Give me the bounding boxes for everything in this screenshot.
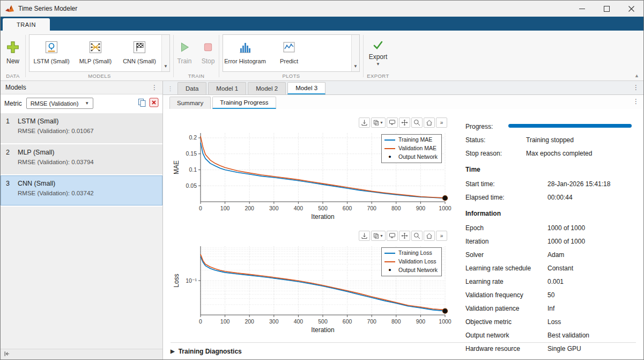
- tabbar-menu-icon[interactable]: ⋮: [633, 84, 639, 91]
- svg-text:400: 400: [294, 205, 304, 211]
- model-metric-detail: RMSE (Validation): 0.03794: [6, 159, 157, 165]
- legend-label: Validation MAE: [398, 144, 436, 153]
- model-index: 3: [6, 180, 18, 187]
- collapse-panel-icon[interactable]: [3, 350, 10, 359]
- tab-train[interactable]: TRAIN: [3, 18, 50, 31]
- toolbar-more-icon[interactable]: »: [436, 231, 447, 241]
- restore-view-home-icon[interactable]: [424, 117, 435, 128]
- pan-icon[interactable]: [399, 117, 410, 128]
- gallery-item-mlp[interactable]: MLP (Small): [73, 35, 117, 71]
- info-label: Learning rate schedule: [465, 265, 547, 272]
- training-diagnostics-expander[interactable]: ▶ Training Diagnostics: [171, 342, 636, 359]
- minimize-button[interactable]: [569, 1, 594, 17]
- metric-dropdown-value: RMSE (Validation): [31, 100, 79, 107]
- doc-tab-model-3[interactable]: Model 3: [287, 82, 325, 94]
- predict-chart-icon: [282, 41, 296, 55]
- model-name: CNN (Small): [18, 180, 55, 187]
- svg-text:800: 800: [391, 205, 401, 211]
- training-diagnostics-label: Training Diagnostics: [179, 348, 242, 355]
- info-value: Best validation: [547, 332, 589, 339]
- toolbar-more-icon[interactable]: »: [436, 117, 447, 128]
- legend-marker-dot: ●: [384, 153, 395, 161]
- model3-subtabbar: Summary Training Progress ⋮: [163, 95, 643, 109]
- model-list-item-3[interactable]: 3CNN (Small) RMSE (Validation): 0.03742: [1, 175, 162, 205]
- status-value: Training stopped: [526, 136, 574, 144]
- metric-dropdown[interactable]: RMSE (Validation) ▼: [26, 98, 94, 109]
- stop-button[interactable]: Stop: [197, 40, 219, 66]
- pan-icon[interactable]: [399, 231, 410, 241]
- time-section-header: Time: [465, 166, 632, 173]
- legend-label: Output Network: [398, 266, 438, 275]
- svg-text:Iteration: Iteration: [311, 326, 334, 334]
- expander-arrow-icon: ▶: [171, 348, 175, 354]
- copy-plot-icon[interactable]: ▼: [371, 231, 386, 241]
- model-list: 1LSTM (Small) RMSE (Validation): 0.01067…: [1, 112, 162, 207]
- models-gallery-dropdown[interactable]: ▼: [161, 35, 169, 71]
- copy-plot-icon[interactable]: ▼: [371, 117, 386, 128]
- info-label: Learning rate: [465, 278, 547, 285]
- subtab-training-progress[interactable]: Training Progress: [212, 97, 276, 109]
- document-area: ⋮ Data Model 1 Model 2 Model 3 ⋮ Summary…: [163, 81, 643, 359]
- datatip-icon[interactable]: [387, 231, 398, 241]
- zoom-icon[interactable]: [411, 117, 423, 128]
- training-progress-content: ▼ » 010020030040050060070080090010000.05…: [163, 109, 643, 342]
- svg-text:0.15: 0.15: [186, 150, 197, 157]
- duplicate-model-button[interactable]: [137, 98, 147, 109]
- svg-text:0.05: 0.05: [186, 182, 197, 189]
- export-plot-icon[interactable]: [359, 117, 370, 128]
- svg-text:500: 500: [318, 318, 328, 325]
- gallery-item-label: Error Histogram: [224, 58, 266, 65]
- legend-label: Training Loss: [398, 249, 432, 258]
- export-plot-icon[interactable]: [359, 231, 370, 241]
- svg-text:700: 700: [367, 205, 376, 211]
- datatip-icon[interactable]: [387, 117, 398, 128]
- plots-gallery-dropdown[interactable]: ▼: [351, 35, 359, 71]
- model-list-item-2[interactable]: 2MLP (Small) RMSE (Validation): 0.03794: [1, 144, 162, 174]
- gallery-item-cnn[interactable]: CNN (Small): [117, 35, 161, 71]
- gallery-item-label: Predict: [280, 58, 298, 65]
- section-caption-data: DATA: [6, 73, 20, 80]
- section-caption-models: MODELS: [88, 73, 111, 80]
- ribbon-section-plots: Error Histogram Predict ▼ PLOTS: [219, 31, 363, 80]
- mae-chart-block: ▼ » 010020030040050060070080090010000.05…: [172, 117, 453, 223]
- gallery-item-lstm[interactable]: LSTM (Small): [29, 35, 73, 71]
- info-value: Adam: [547, 251, 564, 259]
- svg-text:300: 300: [269, 205, 279, 211]
- model-index: 2: [6, 149, 18, 156]
- doc-tab-data[interactable]: Data: [177, 82, 206, 94]
- new-button-label: New: [6, 57, 19, 65]
- models-panel: Models ⋮ Metric RMSE (Validation) ▼ 1LST…: [1, 81, 163, 359]
- gallery-item-error-histogram[interactable]: Error Histogram: [223, 35, 267, 71]
- export-button-label: Export: [369, 53, 388, 61]
- zoom-icon[interactable]: [411, 231, 423, 241]
- panel-splitter-handle[interactable]: ⋮: [167, 85, 173, 92]
- delete-model-button[interactable]: [149, 98, 159, 109]
- close-button[interactable]: [619, 1, 643, 17]
- subtab-summary[interactable]: Summary: [169, 97, 211, 109]
- gallery-item-predict[interactable]: Predict: [267, 35, 311, 71]
- subtabbar-menu-icon[interactable]: ⋮: [633, 98, 639, 105]
- progress-bar: [508, 124, 632, 128]
- export-button[interactable]: Export ▼: [364, 39, 393, 68]
- maximize-button[interactable]: [594, 1, 619, 17]
- status-label: Status:: [465, 136, 526, 144]
- doc-tab-model-2[interactable]: Model 2: [248, 82, 286, 94]
- restore-view-home-icon[interactable]: [424, 231, 435, 241]
- legend-swatch: [384, 148, 395, 149]
- model-list-item-1[interactable]: 1LSTM (Small) RMSE (Validation): 0.01067: [1, 113, 162, 143]
- info-label: Objective metric: [465, 318, 547, 326]
- info-value: Loss: [547, 318, 561, 326]
- gallery-item-label: LSTM (Small): [33, 58, 69, 65]
- metric-label: Metric: [4, 100, 22, 107]
- new-button[interactable]: New: [1, 40, 25, 66]
- collapse-ribbon-icon[interactable]: ▲: [634, 73, 639, 78]
- info-value: Inf: [547, 305, 554, 312]
- train-button[interactable]: Train: [174, 40, 195, 66]
- doc-tab-model-1[interactable]: Model 1: [208, 82, 246, 94]
- models-panel-footer: [1, 349, 162, 359]
- svg-text:10⁻¹: 10⁻¹: [186, 277, 197, 284]
- train-play-icon: [179, 41, 190, 55]
- mae-axes-toolbar: ▼ »: [172, 117, 453, 128]
- panel-menu-icon[interactable]: ⋮: [151, 84, 158, 91]
- ribbon-section-models: LSTM (Small) MLP (Small) CNN (Small) ▼ M…: [26, 31, 173, 80]
